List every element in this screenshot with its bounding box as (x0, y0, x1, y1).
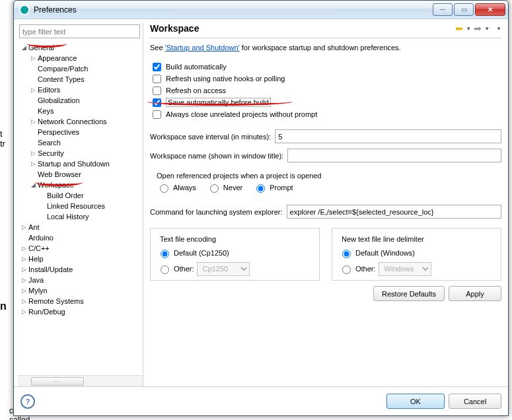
expand-icon[interactable]: ▷ (20, 277, 27, 283)
expand-icon[interactable]: ▷ (20, 266, 27, 273)
refresh-access-label: Refresh on access (166, 87, 226, 94)
expand-icon[interactable]: ▷ (20, 308, 27, 315)
tree-item-perspectives[interactable]: Perspectives (36, 128, 79, 136)
help-icon[interactable]: ? (20, 394, 35, 409)
tree-item-general[interactable]: General (27, 44, 54, 52)
tree-item-run[interactable]: Run/Debug (27, 308, 65, 316)
openref-never-radio[interactable] (210, 184, 219, 193)
filter-input[interactable] (19, 24, 140, 38)
encoding-group: Text file encoding Default (Cp1250) Othe… (150, 228, 320, 281)
save-interval-input[interactable] (275, 129, 501, 143)
tree-item-ant[interactable]: Ant (27, 223, 40, 231)
tree-item-content-types[interactable]: Content Types (36, 75, 85, 83)
expand-icon[interactable]: ▷ (20, 298, 27, 304)
tree-item-cpp[interactable]: C/C++ (27, 244, 50, 252)
delimiter-other-radio[interactable] (342, 265, 351, 274)
titlebar[interactable]: Preferences ─ ▭ ✕ (14, 1, 508, 19)
openref-always-radio[interactable] (160, 184, 168, 193)
expand-icon[interactable]: ▷ (30, 118, 36, 125)
ok-button[interactable]: OK (386, 394, 445, 409)
expand-icon[interactable]: ▷ (30, 160, 36, 167)
tree-item-build-order[interactable]: Build Order (46, 192, 84, 199)
refresh-hooks-checkbox[interactable] (153, 75, 161, 83)
delimiter-group: New text file line delimiter Default (Wi… (332, 228, 501, 281)
save-interval-label: Workspace save interval (in minutes): (150, 133, 271, 141)
horizontal-scrollbar[interactable]: ··· (18, 375, 143, 386)
tree-item-startup[interactable]: Startup and Shutdown (36, 160, 110, 168)
tree-item-mylyn[interactable]: Mylyn (27, 287, 48, 295)
encoding-default-radio[interactable] (161, 250, 169, 258)
cancel-button[interactable]: Cancel (449, 394, 501, 409)
workspace-name-input[interactable] (287, 149, 501, 162)
tree-item-keys[interactable]: Keys (36, 107, 54, 115)
page-description: See 'Startup and Shutdown' for workspace… (150, 44, 501, 52)
open-referenced-label: Open referenced projects when a project … (157, 172, 501, 180)
tree-item-help[interactable]: Help (27, 255, 44, 263)
tree-item-compare[interactable]: Compare/Patch (36, 65, 88, 73)
back-icon[interactable]: ⬅ (455, 23, 463, 34)
preferences-window: Preferences ─ ▭ ✕ ◢General ▷Appearance C… (13, 0, 509, 416)
tree-item-install[interactable]: Install/Update (27, 265, 73, 273)
tree-item-globalization[interactable]: Globalization (36, 96, 80, 104)
expand-icon[interactable]: ▷ (20, 245, 27, 252)
tree-item-java[interactable]: Java (27, 276, 44, 284)
forward-icon[interactable]: ➡ (474, 23, 482, 34)
tree-item-search[interactable]: Search (36, 139, 61, 147)
back-menu-icon[interactable]: ▼ (466, 26, 471, 32)
apply-button[interactable]: Apply (449, 286, 501, 301)
build-automatically-checkbox[interactable] (153, 63, 161, 71)
scrollbar-thumb[interactable]: ··· (31, 377, 84, 386)
tree-item-appearance[interactable]: Appearance (36, 54, 77, 62)
tree-item-arduino[interactable]: Arduino (27, 234, 54, 242)
tree-item-network[interactable]: Network Connections (36, 118, 107, 125)
expand-icon[interactable]: ▷ (30, 55, 36, 61)
encoding-other-radio[interactable] (161, 265, 169, 274)
collapse-icon[interactable]: ◢ (30, 182, 36, 188)
delimiter-other-label: Other: (355, 265, 376, 273)
forward-menu-icon[interactable]: ▼ (484, 26, 490, 32)
openref-prompt-radio[interactable] (256, 184, 265, 193)
delimiter-other-combo[interactable]: Windows (379, 262, 431, 276)
workspace-name-label: Workspace name (shown in window title): (150, 152, 283, 160)
tree-item-workspace[interactable]: Workspace (36, 181, 74, 189)
maximize-button[interactable]: ▭ (454, 3, 474, 16)
encoding-title: Text file encoding (157, 235, 219, 243)
encoding-other-combo[interactable]: Cp1250 (197, 262, 250, 276)
save-before-build-checkbox[interactable] (153, 98, 161, 107)
dialog-footer: ? OK Cancel (14, 386, 508, 415)
encoding-default-label: Default (Cp1250) (174, 249, 229, 257)
preferences-tree[interactable]: ◢General ▷Appearance Compare/Patch Conte… (18, 41, 143, 375)
sidebar: ◢General ▷Appearance Compare/Patch Conte… (18, 23, 143, 386)
startup-shutdown-link[interactable]: 'Startup and Shutdown' (165, 44, 240, 52)
expand-icon[interactable]: ▷ (30, 150, 36, 157)
expand-icon[interactable]: ▷ (30, 87, 36, 93)
tree-item-editors[interactable]: Editors (36, 86, 60, 94)
delimiter-title: New text file line delimiter (339, 235, 427, 243)
tree-item-security[interactable]: Security (36, 149, 64, 157)
preferences-page: Workspace ⬅ ▼ ➡ ▼ ▼ See 'Startup and Shu… (143, 19, 508, 386)
expand-icon[interactable]: ▷ (20, 256, 27, 262)
close-unrelated-label: Always close unrelated projects without … (166, 110, 317, 118)
minimize-button[interactable]: ─ (433, 3, 453, 16)
restore-defaults-button[interactable]: Restore Defaults (373, 286, 445, 301)
build-automatically-label: Build automatically (166, 63, 227, 71)
page-title: Workspace (150, 23, 455, 34)
save-before-build-label: Save automatically before build (166, 98, 271, 107)
refresh-access-checkbox[interactable] (153, 87, 161, 95)
delimiter-default-radio[interactable] (342, 250, 351, 258)
close-button[interactable]: ✕ (475, 3, 505, 16)
expand-icon[interactable]: ▷ (20, 224, 27, 230)
app-icon (19, 5, 30, 15)
tree-item-remote[interactable]: Remote Systems (27, 297, 84, 305)
collapse-icon[interactable]: ◢ (20, 44, 27, 51)
encoding-other-label: Other: (174, 265, 194, 273)
tree-item-linked-resources[interactable]: Linked Resources (46, 202, 105, 210)
view-menu-icon[interactable]: ▼ (496, 26, 501, 32)
delimiter-default-label: Default (Windows) (355, 249, 415, 257)
explorer-command-input[interactable] (287, 205, 501, 219)
tree-item-web-browser[interactable]: Web Browser (36, 170, 81, 178)
expand-icon[interactable]: ▷ (20, 287, 27, 294)
close-unrelated-checkbox[interactable] (153, 110, 161, 119)
tree-item-local-history[interactable]: Local History (46, 213, 89, 221)
explorer-command-label: Command for launching system explorer: (150, 208, 283, 216)
